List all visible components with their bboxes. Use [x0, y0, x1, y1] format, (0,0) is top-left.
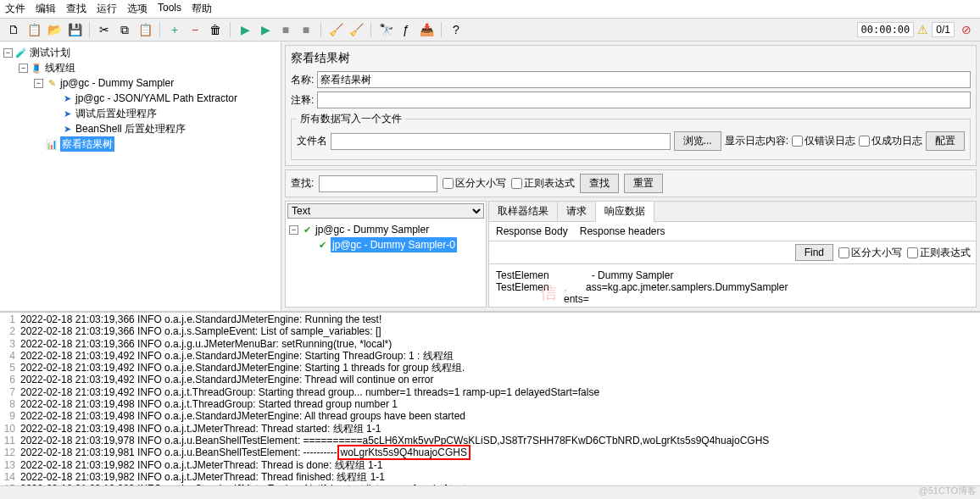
save-icon[interactable]: 💾 — [66, 21, 83, 38]
tab-request[interactable]: 请求 — [558, 202, 596, 221]
log-line: 62022-02-18 21:03:19,492 INFO o.a.j.e.St… — [0, 374, 980, 385]
tray-icon[interactable]: 📥 — [418, 21, 435, 38]
subtab-response-body[interactable]: Response Body — [496, 225, 568, 237]
tree-node-beanshell-postproc[interactable]: BeanShell 后置处理程序 — [75, 121, 186, 136]
tree-node-sampler[interactable]: jp@gc - Dummy Sampler — [60, 75, 174, 91]
search-bar: 查找: 区分大小写 正则表达式 查找 重置 — [285, 169, 977, 197]
find-case-checkbox[interactable]: 区分大小写 — [838, 246, 902, 260]
log-line: 22022-02-18 21:03:19,366 INFO o.a.j.s.Sa… — [0, 325, 980, 337]
separator — [230, 22, 231, 37]
menu-file[interactable]: 文件 — [5, 2, 25, 16]
case-checkbox[interactable]: 区分大小写 — [443, 176, 506, 191]
toggle-icon[interactable]: − — [34, 79, 43, 88]
search-input[interactable] — [319, 175, 437, 192]
success-icon: ✔ — [301, 224, 313, 236]
extractor-icon: ➤ — [61, 92, 73, 104]
templates-icon[interactable]: 📋 — [25, 21, 42, 38]
configure-button[interactable]: 配置 — [926, 131, 965, 151]
menu-tools[interactable]: Tools — [158, 2, 181, 16]
renderer-select[interactable]: Text — [287, 203, 484, 219]
shutdown-icon[interactable]: ■ — [298, 21, 315, 38]
log-panel: 12022-02-18 21:03:19,366 INFO o.a.j.e.St… — [0, 311, 980, 499]
result-node-child[interactable]: jp@gc - Dummy Sampler-0 — [331, 237, 457, 252]
log-output[interactable]: 12022-02-18 21:03:19,366 INFO o.a.j.e.St… — [0, 313, 980, 485]
find-regex-checkbox[interactable]: 正则表达式 — [907, 246, 971, 260]
tree-node-threadgroup[interactable]: 线程组 — [45, 60, 75, 75]
test-plan-tree[interactable]: −🧪测试计划 −🧵线程组 −✎jp@gc - Dummy Sampler ➤jp… — [0, 42, 281, 311]
find-button[interactable]: 查找 — [580, 174, 619, 193]
separator — [159, 22, 160, 37]
toggle-icon[interactable]: − — [3, 48, 13, 58]
menu-run[interactable]: 运行 — [97, 2, 117, 16]
start-icon[interactable]: ▶ — [237, 21, 253, 38]
open-icon[interactable]: 📂 — [46, 21, 63, 38]
tab-sampler-result[interactable]: 取样器结果 — [489, 202, 558, 221]
clear-icon[interactable]: 🧹 — [327, 21, 344, 38]
minus-icon[interactable]: − — [187, 21, 203, 38]
find-in-response-button[interactable]: Find — [795, 244, 833, 261]
name-input[interactable] — [317, 71, 971, 88]
threadgroup-icon: 🧵 — [31, 62, 42, 74]
log-line: 52022-02-18 21:03:19,492 INFO o.a.j.e.St… — [0, 362, 980, 374]
menu-help[interactable]: 帮助 — [192, 2, 212, 16]
filename-input[interactable] — [331, 133, 671, 150]
stop-icon[interactable]: ■ — [277, 21, 294, 38]
result-node-parent[interactable]: jp@gc - Dummy Sampler — [315, 222, 429, 237]
start-noTimers-icon[interactable]: ▶ — [257, 21, 274, 38]
toggle-icon[interactable]: − — [289, 225, 298, 235]
regex-checkbox[interactable]: 正则表达式 — [511, 176, 575, 191]
tree-node-testplan[interactable]: 测试计划 — [30, 45, 70, 60]
success-only-checkbox[interactable]: 仅成功日志 — [859, 134, 922, 148]
result-detail-pane: 取样器结果 请求 响应数据 Response Body Response hea… — [488, 201, 977, 308]
comment-label: 注释: — [291, 93, 314, 108]
subtab-response-headers[interactable]: Response headers — [580, 225, 665, 237]
sampler-icon: ✎ — [46, 77, 58, 89]
menu-search[interactable]: 查找 — [66, 2, 86, 16]
tree-node-results-tree[interactable]: 察看结果树 — [60, 136, 114, 152]
log-line: 42022-02-18 21:03:19,492 INFO o.a.j.e.St… — [0, 350, 980, 362]
highlighted-token: woLgrKts5s9Q4huajoCGHS — [337, 445, 471, 460]
clear-all-icon[interactable]: 🧹 — [348, 21, 365, 38]
search-icon[interactable]: 🔭 — [377, 21, 394, 38]
response-body[interactable]: 公众号：全栈测试笔记 信： TestElemen - Dummy Sampler… — [489, 264, 976, 307]
results-tree-pane: Text −✔jp@gc - Dummy Sampler ✔jp@gc - Du… — [285, 201, 487, 308]
warning-icon[interactable]: ⚠ — [917, 23, 928, 36]
log-line: 102022-02-18 21:03:19,498 INFO o.a.j.t.J… — [0, 423, 980, 435]
listener-icon: 📊 — [46, 138, 58, 150]
postproc-icon: ➤ — [61, 108, 73, 119]
log-line: 82022-02-18 21:03:19,498 INFO o.a.j.t.Th… — [0, 398, 980, 410]
file-legend: 所有数据写入一个文件 — [297, 112, 405, 126]
search-label: 查找: — [291, 176, 314, 191]
paste-icon[interactable]: 📋 — [136, 21, 153, 38]
menu-edit[interactable]: 编辑 — [36, 2, 56, 16]
panel-title: 察看结果树 — [291, 51, 971, 66]
errors-only-checkbox[interactable]: 仅错误日志 — [792, 134, 855, 148]
function-icon[interactable]: ƒ — [398, 21, 415, 38]
tree-node-extractor[interactable]: jp@gc - JSON/YAML Path Extractor — [75, 91, 237, 106]
reset-button[interactable]: 重置 — [624, 174, 663, 193]
log-line: 132022-02-18 21:03:19,982 INFO o.a.j.t.J… — [0, 459, 980, 471]
browse-button[interactable]: 浏览... — [674, 131, 721, 151]
plus-icon[interactable]: + — [166, 21, 183, 38]
postproc-icon: ➤ — [61, 123, 73, 135]
toolbar: 🗋 📋 📂 💾 ✂ ⧉ 📋 + − 🗑 ▶ ▶ ■ ■ 🧹 🧹 🔭 ƒ 📥 ? … — [0, 19, 980, 42]
log-line: 112022-02-18 21:03:19,978 INFO o.a.j.u.B… — [0, 435, 980, 446]
error-icon[interactable]: ⊘ — [958, 21, 975, 38]
toggle-icon[interactable]: − — [19, 64, 28, 73]
file-fieldset: 所有数据写入一个文件 文件名 浏览... 显示日志内容: 仅错误日志 仅成功日志… — [291, 112, 971, 160]
menu-options[interactable]: 选项 — [127, 2, 148, 16]
elapsed-timer: 00:00:00 — [857, 22, 915, 37]
name-label: 名称: — [291, 73, 314, 87]
trash-icon[interactable]: 🗑 — [207, 21, 224, 38]
separator — [441, 22, 442, 37]
copy-icon[interactable]: ⧉ — [116, 21, 133, 38]
filename-label: 文件名 — [297, 134, 327, 148]
tab-response-data[interactable]: 响应数据 — [596, 202, 654, 222]
comment-input[interactable] — [317, 91, 971, 108]
cut-icon[interactable]: ✂ — [96, 21, 113, 38]
help-icon[interactable]: ? — [448, 21, 465, 38]
thread-count: 0/1 — [932, 22, 955, 37]
horizontal-scrollbar[interactable] — [0, 485, 980, 499]
new-icon[interactable]: 🗋 — [5, 21, 22, 38]
tree-node-debug-postproc[interactable]: 调试后置处理程序 — [75, 106, 157, 121]
